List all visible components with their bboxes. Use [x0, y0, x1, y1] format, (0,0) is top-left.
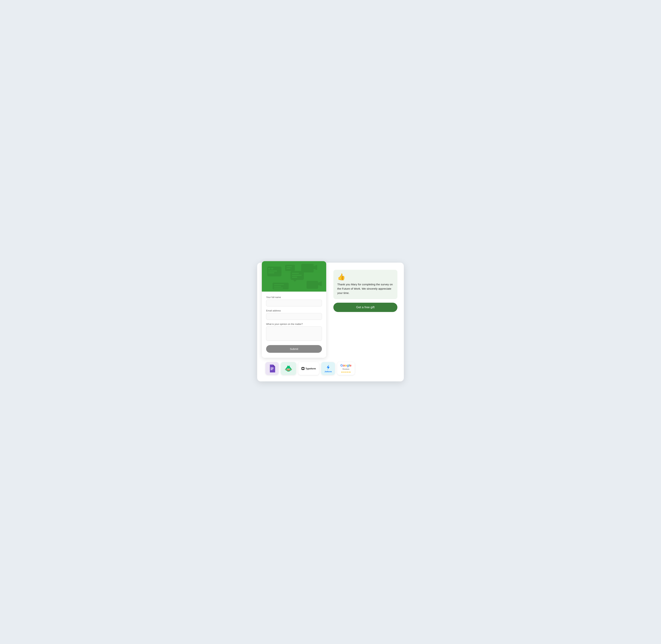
svg-rect-13 [292, 275, 302, 276]
svg-rect-14 [292, 277, 297, 278]
svg-rect-10 [274, 288, 283, 289]
svg-marker-17 [318, 281, 322, 286]
thank-you-text: Thank you Mary for completing the survey… [337, 282, 394, 295]
outer-wrapper: Your full name Email address What is you… [257, 262, 404, 382]
jotform-wordmark: Jotform [325, 370, 332, 373]
google-letter-o2: o [345, 364, 347, 367]
svg-marker-15 [293, 280, 297, 282]
surveymonkey-icon [284, 364, 293, 373]
submit-button[interactable]: Submit [266, 345, 322, 353]
svg-rect-5 [301, 264, 314, 272]
form-card: Your full name Email address What is you… [262, 261, 326, 358]
google-letter-g2: g [347, 364, 349, 367]
svg-point-35 [289, 366, 290, 367]
typeform-label: Typeform [305, 367, 316, 370]
get-free-gift-button[interactable]: Get a free gift [333, 303, 397, 312]
opinion-textarea[interactable] [266, 326, 322, 341]
header-pattern-svg [262, 261, 326, 292]
form-body: Your full name Email address What is you… [262, 292, 326, 358]
card-content: Your full name Email address What is you… [264, 268, 397, 358]
svg-marker-6 [314, 265, 317, 270]
typeform-text: Typeform [302, 367, 316, 370]
svg-point-33 [289, 369, 289, 369]
surveymonkey-logo-chip [281, 362, 296, 375]
jotform-logo-chip: Jotform [321, 362, 335, 375]
google-letter-o1: o [343, 364, 345, 367]
svg-rect-3 [268, 271, 277, 272]
svg-rect-22 [270, 369, 274, 369]
google-letter-e: e [350, 364, 351, 367]
jotform-icon-wrap: Jotform [325, 364, 332, 373]
full-name-input[interactable] [266, 300, 322, 306]
google-forms-logo-chip [265, 362, 279, 375]
google-letter-g1: G [340, 364, 343, 367]
form-header [262, 261, 326, 292]
opinion-label: What is your opinion on the matter? [266, 323, 322, 325]
svg-rect-20 [286, 268, 290, 269]
main-card: Your full name Email address What is you… [257, 262, 404, 382]
svg-rect-18 [285, 265, 295, 271]
right-panel: 👍 Thank you Mary for completing the surv… [333, 268, 397, 312]
google-reviews-logo-chip: Google Reviews ★★★★★ [337, 362, 355, 375]
google-logo-text: Google [340, 364, 351, 367]
thank-you-card: 👍 Thank you Mary for completing the surv… [333, 270, 397, 299]
svg-rect-16 [307, 281, 318, 289]
svg-rect-19 [286, 266, 292, 267]
google-forms-icon [268, 365, 276, 372]
svg-rect-23 [270, 370, 273, 370]
svg-point-34 [287, 366, 288, 367]
email-label: Email address [266, 309, 322, 312]
svg-point-27 [285, 369, 286, 370]
svg-point-28 [290, 369, 291, 370]
typeform-logo-chip: Typeform [298, 362, 319, 375]
jotform-lightning-icon [325, 364, 331, 370]
svg-point-32 [287, 369, 288, 369]
google-reviews-area: Google Reviews ★★★★★ [340, 364, 351, 373]
email-input[interactable] [266, 313, 322, 320]
svg-rect-2 [271, 268, 273, 270]
svg-rect-21 [270, 368, 274, 368]
svg-rect-4 [268, 272, 274, 273]
svg-rect-12 [292, 273, 299, 274]
full-name-label: Your full name [266, 296, 322, 299]
thumbs-up-emoji: 👍 [337, 274, 394, 280]
svg-rect-9 [274, 286, 281, 287]
logos-row: Typeform Jotform Google [264, 362, 397, 375]
svg-rect-8 [274, 284, 284, 285]
google-reviews-label: Reviews [343, 368, 349, 370]
typeform-icon [302, 367, 304, 370]
svg-rect-1 [268, 268, 270, 270]
google-stars: ★★★★★ [341, 371, 351, 373]
